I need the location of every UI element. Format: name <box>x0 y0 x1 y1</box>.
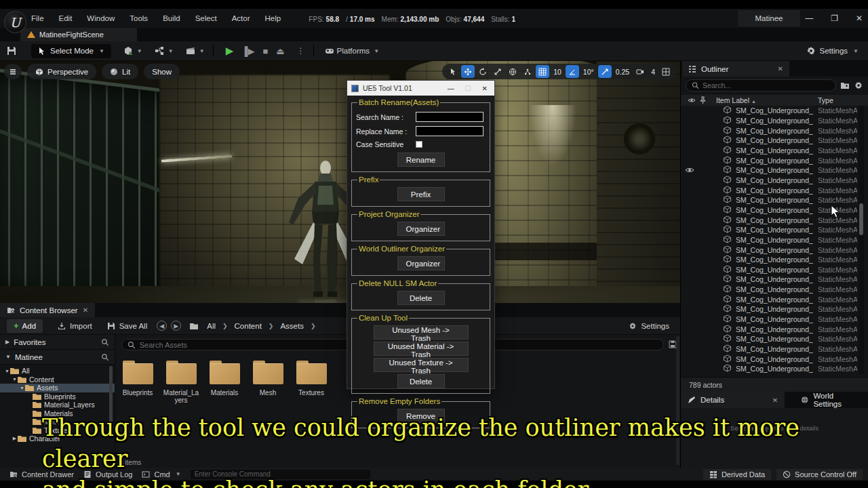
tab-outliner[interactable]: Outliner ✕ <box>682 61 789 77</box>
blueprints-dropdown[interactable]: ▼ <box>155 46 174 56</box>
asset-folder-blueprints[interactable]: Blueprints <box>119 355 157 404</box>
add-actor-dropdown[interactable]: ▼ <box>123 46 142 56</box>
replace-name-input[interactable] <box>416 126 484 136</box>
menu-build[interactable]: Build <box>163 14 180 22</box>
tree-expand-arrow[interactable]: ▶ <box>12 436 18 441</box>
search-icon[interactable] <box>101 353 109 361</box>
asset-folder-material_layers[interactable]: Material_Layers <box>162 355 200 404</box>
tab-matineefightscene[interactable]: MatineeFightScene <box>20 28 137 41</box>
outliner-row[interactable]: SM_Cog_Underground_PipStaticMeshActor <box>681 334 868 344</box>
outliner-settings-gear-icon[interactable] <box>854 81 863 90</box>
close-icon[interactable]: ✕ <box>772 396 778 404</box>
outliner-row[interactable]: SM_Cog_Underground_PipStaticMeshActor <box>681 364 868 374</box>
outliner-row[interactable]: SM_Cog_Underground_PipStaticMeshActor <box>681 304 868 314</box>
project-section[interactable]: ▼ Matinee <box>0 350 115 365</box>
cmd-dropdown[interactable]: Cmd ▼ <box>142 470 180 479</box>
back-button[interactable]: ◀ <box>157 321 167 331</box>
play-options-kebab[interactable]: ⋮ <box>297 46 305 56</box>
frame-skip-button[interactable]: ▐▶ <box>241 46 254 56</box>
folder-path-icon[interactable] <box>189 321 199 331</box>
rotation-snap-button[interactable] <box>566 65 579 78</box>
cleanup-delete-button[interactable]: Delete <box>397 374 445 388</box>
content-browser-settings[interactable]: Settings <box>629 322 669 330</box>
eject-button[interactable]: ⏏ <box>276 46 284 56</box>
menu-help[interactable]: Help <box>265 14 281 22</box>
outliner-row[interactable]: SM_Cog_Underground_PipStaticMeshActor <box>681 255 868 265</box>
menu-file[interactable]: File <box>31 14 44 22</box>
tree-item-blueprints[interactable]: Blueprints <box>0 392 115 401</box>
favorites-section[interactable]: ▶ Favorites <box>0 335 115 350</box>
asset-folder-textures[interactable]: Textures <box>292 355 330 404</box>
project-organizer-button[interactable]: Organizer <box>397 222 445 236</box>
perspective-dropdown[interactable]: Perspective <box>27 64 96 79</box>
show-dropdown[interactable]: Show <box>144 64 180 79</box>
scale-tool-button[interactable] <box>491 65 505 78</box>
stop-button[interactable]: ■ <box>262 46 268 56</box>
outliner-row[interactable]: SM_Cog_Underground_PipStaticMeshActor <box>681 294 868 304</box>
menu-edit[interactable]: Edit <box>59 14 73 22</box>
menu-tools[interactable]: Tools <box>130 14 148 22</box>
column-item-label[interactable]: Item Label ▲ <box>716 96 756 104</box>
dialog-minimize-button[interactable]: — <box>448 85 454 92</box>
close-button[interactable]: ✕ <box>856 14 863 23</box>
rotate-tool-button[interactable] <box>476 65 490 78</box>
grid-snap-value[interactable]: 10 <box>551 68 564 76</box>
outliner-row[interactable]: SM_Cog_Underground_PipStaticMeshActor <box>681 235 868 245</box>
asset-folder-materials[interactable]: Materials <box>205 355 243 404</box>
scrollbar-thumb[interactable] <box>859 203 863 235</box>
lit-dropdown[interactable]: Lit <box>102 64 138 79</box>
tree-item-material_layers[interactable]: Material_Layers <box>0 401 115 409</box>
camera-speed-value[interactable]: 4 <box>648 68 658 76</box>
breadcrumb-all[interactable]: All <box>207 322 216 330</box>
delete-null-button[interactable]: Delete <box>397 291 445 305</box>
play-button[interactable]: ▶ <box>226 45 234 57</box>
surface-snap-button[interactable] <box>521 65 534 78</box>
tab-world-settings[interactable]: World Settings <box>794 392 868 408</box>
cinematics-dropdown[interactable]: ▼ <box>186 46 205 56</box>
tree-item-character[interactable]: ▶Character <box>0 434 115 443</box>
case-sensitive-checkbox[interactable] <box>416 141 422 148</box>
menu-actor[interactable]: Actor <box>232 14 250 22</box>
breadcrumb-assets[interactable]: Assets <box>280 322 304 330</box>
menu-window[interactable]: Window <box>87 14 115 22</box>
tree-expand-arrow[interactable]: ▼ <box>19 386 25 390</box>
asset-view-scrollbar[interactable] <box>676 336 679 465</box>
rename-button[interactable]: Rename <box>397 152 445 167</box>
add-button[interactable]: + Add <box>7 319 43 333</box>
tree-item-materials[interactable]: Materials <box>0 409 115 418</box>
outliner-row[interactable]: SM_Cog_Underground_PipStaticMeshActor <box>681 245 868 255</box>
outliner-row[interactable]: SM_Cog_Underground_PipStaticMeshActor <box>681 106 868 116</box>
close-icon[interactable]: ✕ <box>83 306 88 314</box>
console-command-input[interactable] <box>191 470 370 479</box>
close-icon[interactable]: ✕ <box>778 65 783 73</box>
maximize-viewport-button[interactable] <box>659 65 673 78</box>
search-name-input[interactable] <box>416 112 484 122</box>
tree-item-content[interactable]: ▼Content <box>0 375 115 384</box>
breadcrumb-content[interactable]: Content <box>235 322 262 330</box>
save-all-button[interactable]: Save All <box>107 322 148 330</box>
viewport-options-menu[interactable] <box>4 64 22 79</box>
outliner-row[interactable]: SM_Cog_Underground_PipStaticMeshActor <box>681 265 868 275</box>
source-control-button[interactable]: Source Control Off <box>776 469 863 480</box>
outliner-scrollbar[interactable] <box>859 106 864 374</box>
minimize-button[interactable]: — <box>805 14 813 23</box>
outliner-row[interactable]: SM_Cog_Underground_PipStaticMeshActor <box>681 274 868 285</box>
outliner-row[interactable]: SM_Cog_Underground_PipStaticMeshActor <box>681 225 868 235</box>
eye-icon[interactable] <box>685 167 694 174</box>
search-icon[interactable] <box>101 338 109 346</box>
outliner-row[interactable]: SM_Cog_Underground_PipStaticMeshActor <box>681 125 868 136</box>
derived-data-button[interactable]: Derived Data <box>703 469 771 480</box>
dialog-maximize-button[interactable]: ☐ <box>465 85 471 92</box>
outliner-row[interactable]: SM_Cog_Underground_PipStaticMeshActor <box>681 324 868 334</box>
unused-texture-button[interactable]: Unused Texture -> Trash <box>374 358 469 372</box>
ue5-tool-dialog[interactable]: UE5 Tool V1.01 — ☐ ✕ Batch Rename(Assets… <box>347 80 495 389</box>
outliner-row[interactable]: SM_Cog_Underground_PipStaticMeshActor <box>681 176 868 186</box>
select-tool-button[interactable] <box>446 65 460 78</box>
tab-details[interactable]: Details ✕ <box>681 392 785 408</box>
tree-scrollbar[interactable] <box>109 366 113 428</box>
output-log-button[interactable]: Output Log <box>83 470 132 479</box>
outliner-row[interactable]: SM_Cog_Underground_PipStaticMeshActor <box>681 314 868 325</box>
import-button[interactable]: Import <box>58 322 92 330</box>
tree-expand-arrow[interactable]: ▼ <box>12 377 18 382</box>
grid-snap-button[interactable] <box>536 65 549 78</box>
